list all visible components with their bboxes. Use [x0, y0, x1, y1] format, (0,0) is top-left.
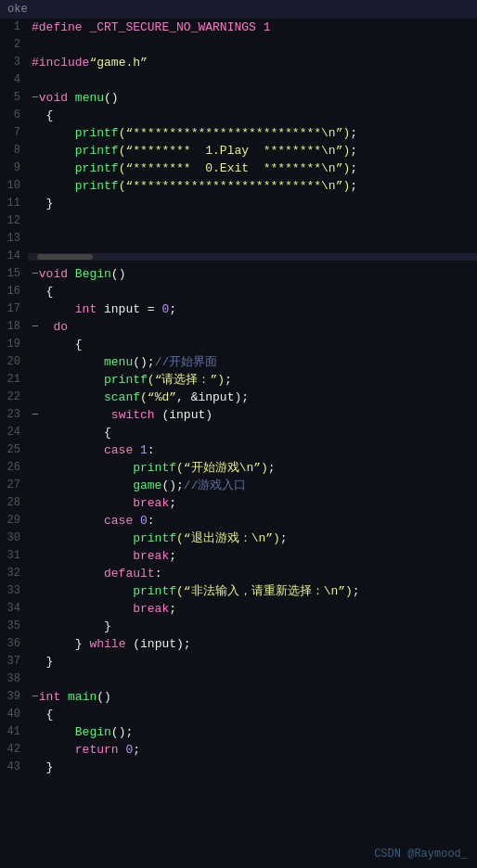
line-content: {: [28, 706, 477, 723]
fn-token: printf: [133, 461, 176, 475]
plain-token: }: [32, 637, 89, 651]
kw-token: case: [104, 443, 133, 457]
str-token: (“******** 0.Exit ********\n”): [119, 161, 351, 175]
plain-token: ;: [169, 496, 176, 510]
line-number: 29: [0, 512, 28, 530]
str-token: (“请选择：”): [148, 373, 225, 387]
line-content: break;: [28, 494, 477, 512]
line: 30 printf(“退出游戏：\n”);: [0, 530, 477, 547]
line-number: 8: [0, 142, 28, 160]
line: 18− do: [0, 318, 477, 336]
line-number: 40: [0, 706, 28, 723]
cmt-token: //游戏入口: [184, 479, 247, 492]
watermark: CSDN @Raymood_: [374, 848, 468, 861]
line-content: {: [28, 107, 477, 124]
plain-token: [32, 584, 133, 598]
line-content: −void Begin(): [28, 265, 477, 283]
fn-token: scanf: [104, 390, 140, 404]
line: 22 scanf(“%d”, &input);: [0, 389, 477, 406]
plain-token: [32, 496, 133, 510]
fn-token: Begin: [75, 725, 111, 739]
line: 28 break;: [0, 494, 477, 512]
kw-token: int: [75, 302, 97, 316]
line-number: 5: [0, 89, 28, 107]
line-content: −int main(): [28, 688, 477, 706]
line-content: [28, 670, 477, 688]
line: 23− switch (input): [0, 406, 477, 424]
line-content: printf(“请选择：”);: [28, 371, 477, 389]
line-content: case 0:: [28, 512, 477, 530]
str-token: (“退出游戏：\n”): [176, 531, 280, 545]
fn-token: printf: [133, 531, 176, 545]
line-content: break;: [28, 547, 477, 565]
plain-token: [60, 690, 68, 704]
line-number: 2: [0, 36, 28, 54]
plain-token: [32, 461, 133, 475]
plain-token: , &input);: [176, 390, 249, 404]
line-number: 21: [0, 371, 28, 389]
line-content: {: [28, 336, 477, 353]
line-number: 39: [0, 688, 28, 706]
line: 32 default:: [0, 565, 477, 582]
line-number: 22: [0, 389, 28, 406]
line: 5−void menu(): [0, 89, 477, 107]
line-content: [28, 212, 477, 230]
line: 40 {: [0, 706, 477, 723]
line-content: − do: [28, 318, 477, 336]
line-number: 17: [0, 300, 28, 318]
line: 6 {: [0, 107, 477, 124]
line: 15−void Begin(): [0, 265, 477, 283]
kw-token: void: [39, 267, 68, 281]
pp-token: #include: [32, 56, 89, 70]
line-content: }: [28, 759, 477, 776]
line: 4: [0, 71, 477, 89]
line-content: −void menu(): [28, 89, 477, 107]
str-token: (“非法输入，请重新选择：\n”): [176, 584, 353, 598]
plain-token: ;: [225, 373, 232, 387]
line: 17 int input = 0;: [0, 300, 477, 318]
plain-token: :: [148, 443, 155, 457]
line-number: 32: [0, 565, 28, 582]
line: 36 } while (input);: [0, 635, 477, 653]
kw-token: break: [133, 496, 169, 510]
plain-token: [32, 179, 75, 193]
line-number: 3: [0, 54, 28, 71]
line-number: 41: [0, 723, 28, 741]
fold-token: −: [32, 408, 39, 422]
line-content: }: [28, 195, 477, 212]
plain-token: [32, 126, 75, 140]
fold-token: −: [32, 690, 39, 704]
line-number: 12: [0, 212, 28, 230]
line-number: 14: [0, 248, 28, 265]
line-content: printf(“非法输入，请重新选择：\n”);: [28, 582, 477, 600]
plain-token: [39, 408, 111, 422]
plain-token: }: [32, 760, 53, 774]
plain-token: [32, 390, 104, 404]
fn-token: printf: [133, 584, 176, 598]
plain-token: [68, 267, 75, 281]
plain-token: {: [32, 285, 53, 299]
line-content: − switch (input): [28, 406, 477, 424]
line: 33 printf(“非法输入，请重新选择：\n”);: [0, 582, 477, 600]
plain-token: ;: [169, 602, 176, 616]
kw-token: case: [104, 514, 133, 528]
line-number: 10: [0, 177, 28, 195]
line-number: 30: [0, 530, 28, 547]
line-content: menu();//开始界面: [28, 353, 477, 371]
plain-token: [32, 514, 104, 528]
scrollbar[interactable]: [28, 253, 477, 261]
plain-token: ;: [350, 144, 357, 158]
plain-token: [32, 373, 104, 387]
fold-token: −: [32, 320, 39, 334]
line-content: }: [28, 653, 477, 670]
plain-token: ;: [169, 302, 176, 316]
plain-token: [32, 443, 104, 457]
plain-token: (input): [155, 408, 213, 422]
str-token: (“%d”: [140, 390, 176, 404]
line-number: 28: [0, 494, 28, 512]
plain-token: ;: [169, 549, 176, 563]
plain-token: ();: [133, 355, 154, 369]
line: 13: [0, 230, 477, 248]
line: 26 printf(“开始游戏\n”);: [0, 459, 477, 477]
line-content: } while (input);: [28, 635, 477, 653]
